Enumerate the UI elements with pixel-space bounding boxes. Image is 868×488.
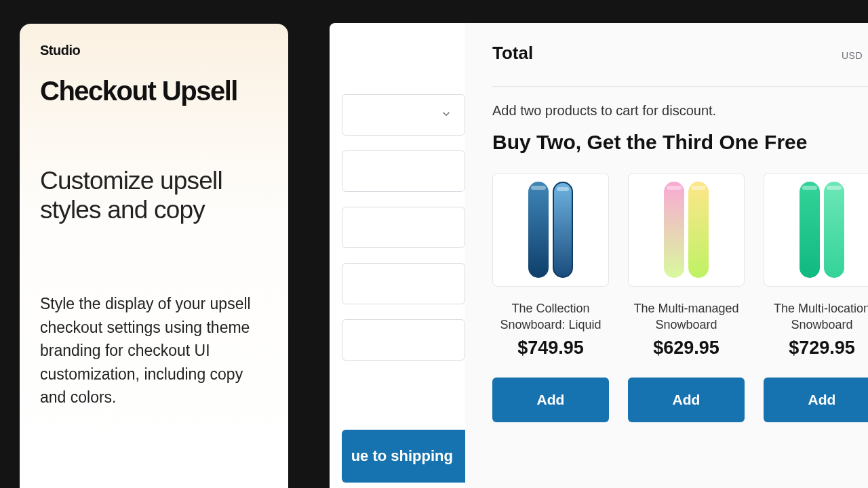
snowboard-icon (528, 182, 549, 278)
product-price: $629.95 (628, 338, 745, 359)
order-summary: Total USD $885.9 Add two products to car… (465, 23, 868, 488)
promo-note: Add two products to cart for discount. (492, 103, 868, 119)
snowboard-icon (688, 182, 709, 278)
panel-description: Style the display of your upsell checkou… (40, 292, 268, 409)
snowboard-icon (553, 182, 573, 278)
product-name: The Multi-location Snowboard (764, 300, 868, 333)
upsell-heading: Buy Two, Get the Third One Free (492, 131, 868, 154)
panel-title: Checkout Upsell (40, 76, 268, 106)
chevron-down-icon (440, 108, 452, 123)
currency-code: USD (842, 50, 863, 61)
product-image (492, 173, 609, 287)
upsell-product-card: The Collection Snowboard: Liquid $749.95… (492, 173, 609, 422)
add-button[interactable]: Add (764, 378, 868, 422)
continue-to-shipping-button[interactable]: ue to shipping (342, 430, 477, 483)
total-row: Total USD $885.9 (492, 38, 868, 64)
checkout-preview: ue to shipping Total USD $885.9 Add two … (330, 23, 868, 488)
upsell-product-card: The Multi-location Snowboard $729.95 Add (764, 173, 868, 422)
panel-subtitle: Customize upsell styles and copy (40, 167, 268, 224)
snowboard-icon (664, 182, 684, 278)
product-name: The Collection Snowboard: Liquid (492, 300, 609, 333)
product-price: $729.95 (764, 338, 868, 359)
product-image (764, 173, 868, 287)
total-label: Total (492, 43, 533, 64)
add-button[interactable]: Add (492, 378, 609, 422)
checkout-form-column: ue to shipping (330, 23, 465, 488)
product-image (628, 173, 745, 287)
product-name: The Multi-managed Snowboard (628, 300, 745, 333)
add-button[interactable]: Add (628, 378, 745, 422)
text-field[interactable] (342, 263, 465, 304)
text-field[interactable] (342, 319, 465, 361)
snowboard-icon (824, 182, 844, 278)
info-panel: Studio Checkout Upsell Customize upsell … (20, 24, 288, 488)
select-field[interactable] (342, 94, 465, 136)
product-price: $749.95 (492, 338, 609, 359)
brand-label: Studio (40, 43, 268, 58)
upsell-product-list: The Collection Snowboard: Liquid $749.95… (492, 173, 868, 422)
upsell-product-card: The Multi-managed Snowboard $629.95 Add (628, 173, 745, 422)
text-field[interactable] (342, 150, 465, 192)
text-field[interactable] (342, 207, 465, 248)
snowboard-icon (800, 182, 820, 278)
divider (492, 86, 868, 87)
